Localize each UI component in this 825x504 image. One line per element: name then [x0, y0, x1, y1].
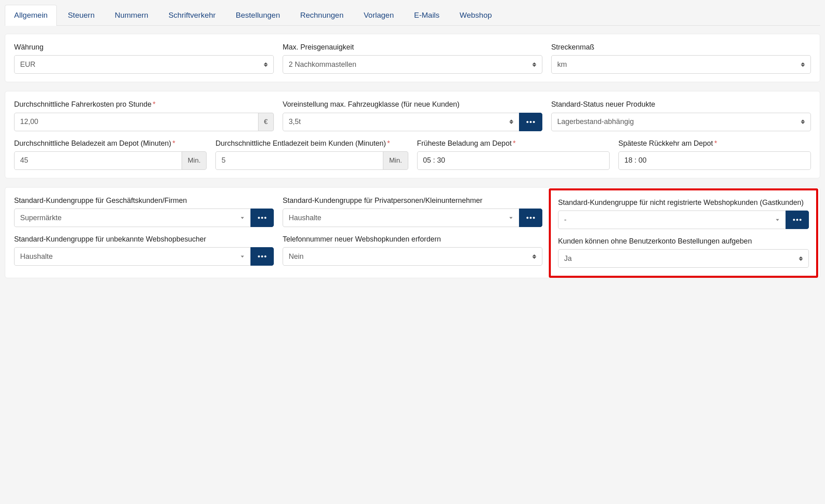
dots-icon	[793, 219, 802, 221]
select-group-private[interactable]: Haushalte	[283, 209, 519, 227]
input-earliest-load-value: 05 : 30	[423, 156, 604, 165]
chevron-down-icon	[241, 256, 244, 258]
chevrons-updown-icon	[532, 254, 536, 259]
select-phone-required-value: Nein	[289, 252, 532, 261]
svg-point-2	[533, 121, 535, 123]
dots-icon	[526, 121, 535, 123]
label-distance: Streckenmaß	[551, 42, 811, 52]
label-unload-time: Durchschnittliche Entladezeit beim Kunde…	[215, 138, 408, 148]
input-load-time[interactable]: 45	[14, 151, 182, 170]
select-currency-value: EUR	[20, 60, 264, 69]
field-distance: Streckenmaß km	[551, 42, 811, 74]
label-load-time: Durchschnittliche Beladezeit am Depot (M…	[14, 138, 207, 148]
highlighted-column: Standard-Kundengruppe für nicht registri…	[551, 196, 811, 270]
label-latest-return: Späteste Rückkehr am Depot*	[618, 138, 811, 148]
svg-point-12	[793, 219, 795, 221]
tab-vorlagen[interactable]: Vorlagen	[354, 5, 403, 25]
field-load-time: Durchschnittliche Beladezeit am Depot (M…	[14, 138, 207, 170]
label-phone-required: Telefonnummer neuer Webshopkunden erford…	[283, 234, 542, 244]
label-currency: Währung	[14, 42, 274, 52]
chevrons-updown-icon	[264, 62, 268, 67]
tab-webshop[interactable]: Webshop	[451, 5, 501, 25]
select-group-unknown-value: Haushalte	[20, 252, 241, 261]
field-group-guest: Standard-Kundengruppe für nicht registri…	[558, 198, 809, 268]
tab-schriftverkehr[interactable]: Schriftverkehr	[159, 5, 225, 25]
select-guest-order-value: Ja	[564, 254, 799, 263]
label-group-unknown: Standard-Kundengruppe für unbekannte Web…	[14, 234, 274, 244]
tab-rechnungen[interactable]: Rechnungen	[291, 5, 353, 25]
select-group-business[interactable]: Supermärkte	[14, 209, 251, 227]
tabs-bar: Allgemein Steuern Nummern Schriftverkehr…	[5, 5, 820, 26]
svg-point-1	[530, 121, 532, 123]
input-latest-return[interactable]: 18 : 00	[618, 151, 811, 170]
field-unload-time: Durchschnittliche Entladezeit beim Kunde…	[215, 138, 408, 170]
select-precision[interactable]: 2 Nachkommastellen	[283, 55, 542, 74]
select-distance[interactable]: km	[551, 55, 811, 74]
addon-euro: €	[258, 113, 274, 131]
tab-allgemein[interactable]: Allgemein	[5, 5, 57, 26]
panel-customer-groups: Standard-Kundengruppe für Geschäftskunde…	[5, 187, 820, 279]
tab-steuern[interactable]: Steuern	[58, 5, 104, 25]
chevron-down-icon	[776, 219, 779, 221]
input-driver-cost[interactable]: 12,00	[14, 113, 258, 131]
tab-emails[interactable]: E-Mails	[405, 5, 449, 25]
more-button-group-guest[interactable]	[786, 211, 809, 229]
field-group-business: Standard-Kundengruppe für Geschäftskunde…	[14, 196, 274, 270]
input-latest-return-value: 18 : 00	[624, 156, 805, 165]
chevrons-updown-icon	[532, 62, 536, 67]
chevrons-updown-icon	[801, 62, 805, 67]
select-distance-value: km	[557, 60, 801, 69]
select-group-guest[interactable]: -	[558, 211, 786, 229]
input-unload-time[interactable]: 5	[215, 151, 383, 170]
addon-min-load: Min.	[182, 151, 207, 170]
label-group-business: Standard-Kundengruppe für Geschäftskunde…	[14, 196, 274, 205]
dots-icon	[258, 255, 267, 258]
addon-min-unload: Min.	[383, 151, 408, 170]
field-latest-return: Späteste Rückkehr am Depot* 18 : 00	[618, 138, 811, 170]
svg-point-9	[527, 217, 529, 219]
more-button-vehicle-class[interactable]	[519, 113, 542, 131]
field-group-private: Standard-Kundengruppe für Privatpersonen…	[283, 196, 542, 270]
svg-point-14	[800, 219, 802, 221]
svg-point-0	[527, 121, 529, 123]
label-group-private: Standard-Kundengruppe für Privatpersonen…	[283, 196, 542, 205]
more-button-group-unknown[interactable]	[250, 247, 274, 266]
label-guest-order: Kunden können ohne Benutzerkonto Bestell…	[558, 236, 809, 246]
chevron-down-icon	[509, 217, 513, 219]
select-product-status[interactable]: Lagerbestand-abhängig	[551, 113, 811, 131]
field-earliest-load: Früheste Beladung am Depot* 05 : 30	[417, 138, 610, 170]
svg-point-6	[258, 256, 260, 258]
select-group-unknown[interactable]: Haushalte	[14, 247, 251, 266]
input-earliest-load[interactable]: 05 : 30	[417, 151, 610, 170]
label-product-status: Standard-Status neuer Produkte	[551, 99, 811, 109]
chevrons-updown-icon	[801, 120, 805, 124]
tab-nummern[interactable]: Nummern	[105, 5, 157, 25]
field-precision: Max. Preisgenauigkeit 2 Nachkommastellen	[283, 42, 542, 74]
more-button-group-business[interactable]	[250, 209, 274, 227]
svg-point-7	[261, 256, 263, 258]
highlight-box: Standard-Kundengruppe für nicht registri…	[549, 188, 818, 278]
select-currency[interactable]: EUR	[14, 55, 274, 74]
field-currency: Währung EUR	[14, 42, 274, 74]
panel-logistics: Durchschnittliche Fahrerkosten pro Stund…	[5, 91, 820, 178]
svg-point-3	[258, 217, 260, 219]
label-precision: Max. Preisgenauigkeit	[283, 42, 542, 52]
select-vehicle-class-value: 3,5t	[289, 118, 509, 126]
svg-point-5	[265, 217, 267, 219]
svg-point-13	[796, 219, 798, 221]
svg-point-11	[533, 217, 535, 219]
label-vehicle-class: Voreinstellung max. Fahrzeugklasse (für …	[283, 99, 542, 109]
more-button-group-private[interactable]	[519, 209, 542, 227]
select-precision-value: 2 Nachkommastellen	[289, 60, 532, 69]
select-phone-required[interactable]: Nein	[283, 247, 542, 266]
input-unload-time-value: 5	[221, 156, 377, 165]
select-group-business-value: Supermärkte	[20, 214, 241, 222]
chevrons-updown-icon	[509, 120, 513, 124]
label-group-guest: Standard-Kundengruppe für nicht registri…	[558, 198, 809, 207]
select-vehicle-class[interactable]: 3,5t	[283, 113, 519, 131]
select-group-private-value: Haushalte	[289, 214, 509, 222]
tab-bestellungen[interactable]: Bestellungen	[227, 5, 289, 25]
input-driver-cost-value: 12,00	[20, 118, 252, 126]
select-product-status-value: Lagerbestand-abhängig	[557, 118, 801, 126]
select-guest-order[interactable]: Ja	[558, 249, 809, 268]
